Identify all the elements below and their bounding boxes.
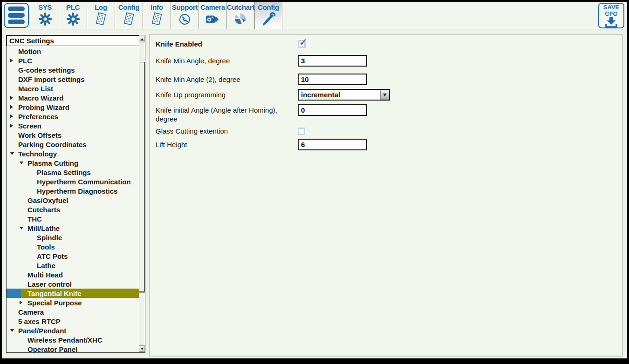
settings-tree-panel: CNC Settings MotionPLCG-codes settingsDX…	[6, 35, 145, 353]
dropdown[interactable]: incremental	[298, 89, 390, 101]
tree-item-cutcharts[interactable]: Cutcharts	[7, 205, 139, 214]
tree-item-laser-control[interactable]: Laser control	[7, 279, 139, 289]
toolbar-tab-config-3[interactable]: Config	[115, 2, 143, 29]
tree-item-camera[interactable]: Camera	[7, 307, 139, 317]
form-row: Lift Height	[156, 139, 622, 150]
toolbar-tab-sys-0[interactable]: SYS	[31, 2, 59, 29]
tree-item-label: Macro List	[18, 85, 53, 93]
toolbar-tab-log-2[interactable]: Log	[87, 2, 115, 29]
tree-item-macro-list[interactable]: Macro List	[7, 84, 139, 93]
field-label: Knife Enabled	[156, 40, 298, 48]
tab-label: Support	[172, 3, 198, 11]
field-control	[298, 104, 367, 116]
collapsed-arrow-icon	[10, 105, 18, 109]
tree-item-label: THC	[27, 215, 42, 223]
tree-item-hypertherm-diagnostics[interactable]: Hypertherm Diagnostics	[7, 186, 139, 195]
menu-button[interactable]	[4, 3, 29, 28]
tree-item-probing-wizard[interactable]: Probing Wizard	[7, 102, 139, 112]
tree-item-label: Motion	[18, 47, 41, 55]
tree-item-operator-panel[interactable]: Operator Panel	[7, 344, 139, 354]
save-cfg-button[interactable]: SAVE CFG	[598, 3, 624, 28]
tree-item-plc[interactable]: PLC	[7, 56, 139, 65]
tree-item-label: Macro Wizard	[18, 94, 63, 102]
scrollbar-thumb[interactable]	[139, 62, 145, 292]
checkbox-unchecked[interactable]	[298, 128, 305, 135]
toolbar-tab-info-4[interactable]: Info	[143, 2, 171, 29]
tree-item-plasma-settings[interactable]: Plasma Settings	[7, 168, 139, 177]
text-input[interactable]	[298, 74, 367, 85]
form-row: Knife Enabled✓	[156, 40, 622, 48]
tree-item-label: Tools	[37, 243, 55, 251]
tree-item-label: Cutcharts	[27, 206, 60, 214]
tree-item-motion[interactable]: Motion	[7, 47, 139, 56]
tree-item-tools[interactable]: Tools	[7, 242, 139, 251]
tree-item-label: Hypertherm Diagnostics	[37, 187, 117, 195]
gear-icon	[38, 11, 52, 29]
field-control	[298, 74, 367, 85]
toolbar-tab-camera-6[interactable]: Camera	[198, 2, 226, 29]
tree-item-tangential-knife[interactable]: Tangential Knife	[7, 289, 139, 298]
toolbar-tab-config-8[interactable]: Config	[254, 2, 282, 29]
tree-item-spindle[interactable]: Spindle	[7, 233, 139, 242]
tab-label: Info	[150, 3, 163, 11]
toolbar-tab-support-5[interactable]: Support	[171, 2, 198, 29]
tree-item-g-codes-settings[interactable]: G-codes settings	[7, 65, 139, 74]
settings-form: Knife Enabled✓Knife Min Angle, degreeKni…	[156, 40, 622, 150]
tree-item-lathe[interactable]: Lathe	[7, 261, 139, 270]
checkbox-checked[interactable]: ✓	[298, 40, 306, 48]
tree-item-atc-pots[interactable]: ATC Pots	[7, 251, 139, 261]
save-cfg-label: SAVE	[603, 4, 619, 10]
tree-item-label: Special Purpose	[27, 299, 82, 307]
form-row: Knife initial Angle (Angle after Homing)…	[156, 104, 622, 123]
tree-scrollbar[interactable]	[139, 35, 145, 352]
download-icon	[604, 17, 618, 30]
tree-item-parking-coordinates[interactable]: Parking Coordinates	[7, 140, 139, 149]
tree-item-dxf-import-settings[interactable]: DXF import settings	[7, 74, 139, 84]
tree-item-label: Camera	[18, 308, 44, 316]
gear-icon	[66, 11, 80, 29]
scroll-down-button[interactable]	[139, 345, 145, 352]
dropdown-arrow-button[interactable]	[380, 90, 389, 100]
collapsed-arrow-icon	[20, 301, 27, 304]
field-control: ✓	[298, 40, 306, 48]
tree-item-label: 5 axes RTCP	[18, 317, 61, 325]
tree-item-plasma-cutting[interactable]: Plasma Cutting	[7, 158, 139, 168]
tree-item-multi-head[interactable]: Multi Head	[7, 270, 139, 279]
scroll-up-button[interactable]	[139, 36, 145, 42]
text-input[interactable]	[298, 55, 367, 67]
field-label: Knife initial Angle (Angle after Homing)…	[156, 104, 298, 123]
tree-header: CNC Settings	[7, 35, 139, 46]
hamburger-icon	[8, 20, 25, 24]
tree-item-hypertherm-communication[interactable]: Hypertherm Communication	[7, 177, 139, 186]
text-input[interactable]	[298, 139, 367, 150]
tree-item-work-offsets[interactable]: Work Offsets	[7, 130, 139, 140]
tree-item-preferences[interactable]: Preferences	[7, 112, 139, 121]
tree-item-mill-lathe[interactable]: Mill/Lathe	[7, 223, 139, 233]
tree-item-5-axes-rtcp[interactable]: 5 axes RTCP	[7, 317, 139, 326]
tree-item-macro-wizard[interactable]: Macro Wizard	[7, 93, 139, 102]
tab-label: Camera	[200, 3, 225, 11]
tree-item-label: Plasma Cutting	[27, 159, 78, 167]
tab-label: Config	[118, 3, 140, 11]
field-control: incremental	[298, 89, 390, 101]
tree-item-special-purpose[interactable]: Special Purpose	[7, 298, 139, 307]
collapsed-arrow-icon	[10, 96, 18, 100]
hamburger-icon	[8, 13, 25, 18]
tree-item-label: Operator Panel	[27, 345, 78, 353]
toolbar-tab-plc-1[interactable]: PLC	[59, 2, 87, 29]
tree-item-screen[interactable]: Screen	[7, 121, 139, 130]
toolbar-tab-cutchart-7[interactable]: Cutchart	[226, 2, 254, 29]
tree-item-label: Technology	[18, 150, 57, 158]
expanded-arrow-icon	[10, 329, 18, 332]
tree-item-technology[interactable]: Technology	[7, 149, 139, 158]
text-input[interactable]	[298, 104, 367, 116]
tree-item-thc[interactable]: THC	[7, 214, 139, 223]
tree-item-panel-pendant[interactable]: Panel/Pendant	[7, 326, 139, 335]
tree-item-label: G-codes settings	[18, 66, 75, 74]
field-label: Knife Min Angle, degree	[156, 55, 298, 65]
tree-item-label: Gas/Oxyfuel	[27, 196, 68, 204]
tree-item-label: Wireless Pendant/XHC	[27, 336, 103, 344]
tree-item-wireless-pendant-xhc[interactable]: Wireless Pendant/XHC	[7, 335, 139, 344]
expanded-arrow-icon	[20, 162, 27, 164]
tree-item-gas-oxyfuel[interactable]: Gas/Oxyfuel	[7, 195, 139, 205]
